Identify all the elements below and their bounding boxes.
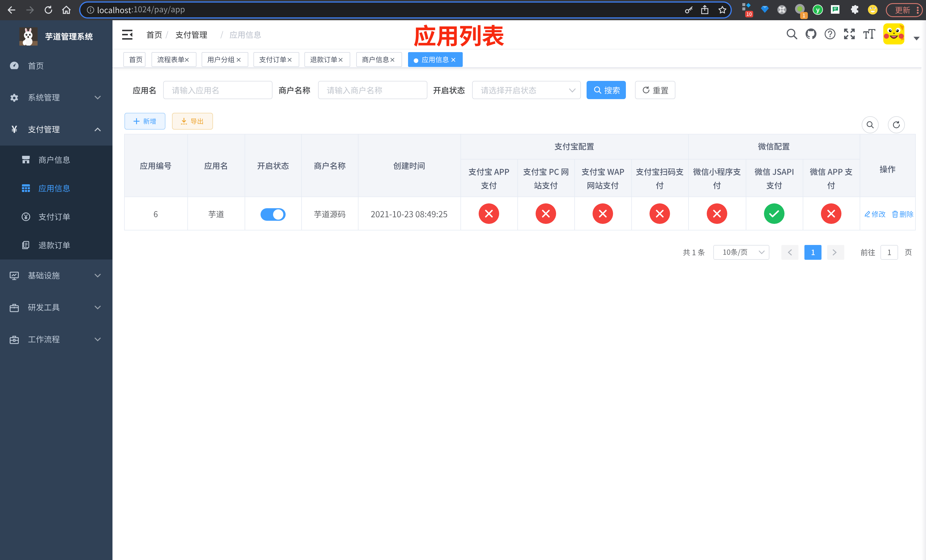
svg-text:y: y [816,6,820,14]
